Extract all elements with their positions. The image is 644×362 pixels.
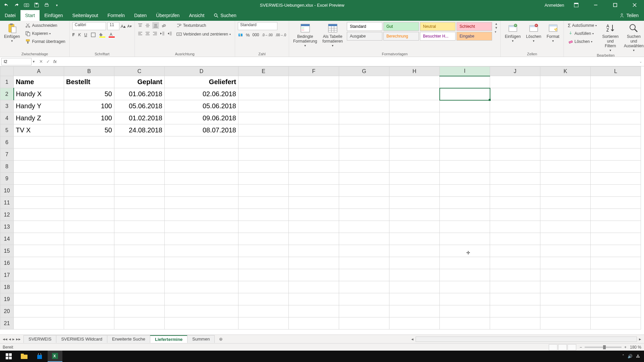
- cell-D16[interactable]: [165, 257, 238, 269]
- cell-D2[interactable]: 02.06.2018: [165, 88, 238, 100]
- view-page-layout-button[interactable]: [558, 344, 567, 350]
- cell-J3[interactable]: [490, 100, 540, 112]
- share-button[interactable]: Teilen: [614, 10, 644, 21]
- formula-input[interactable]: [59, 58, 637, 65]
- sheet-nav-next-icon[interactable]: ▸: [12, 337, 15, 342]
- row-header-7[interactable]: 7: [0, 148, 14, 161]
- clear-button[interactable]: Löschen ▾: [567, 38, 598, 45]
- cell-C5[interactable]: 24.08.2018: [114, 124, 165, 136]
- tab-insert[interactable]: Einfügen: [40, 10, 67, 21]
- row-header-20[interactable]: 20: [0, 305, 14, 317]
- cell-L4[interactable]: [591, 112, 641, 124]
- cell-J20[interactable]: [490, 305, 540, 317]
- add-sheet-button[interactable]: ⊕: [216, 337, 225, 342]
- align-top-button[interactable]: [138, 23, 143, 28]
- cell-H4[interactable]: [389, 112, 440, 124]
- cell-L13[interactable]: [591, 221, 641, 233]
- cell-B5[interactable]: 50: [64, 124, 114, 136]
- cell-I5[interactable]: [440, 124, 490, 136]
- column-header-J[interactable]: J: [490, 67, 540, 76]
- column-header-B[interactable]: B: [64, 67, 114, 76]
- cell-K11[interactable]: [540, 197, 591, 209]
- tab-view[interactable]: Ansicht: [184, 10, 209, 21]
- cell-G19[interactable]: [339, 293, 389, 305]
- cell-H1[interactable]: [389, 76, 440, 88]
- paste-button[interactable]: Einfügen ▼: [3, 22, 21, 43]
- cell-I20[interactable]: [440, 305, 490, 317]
- cell-F6[interactable]: [289, 136, 339, 148]
- cell-H6[interactable]: [389, 136, 440, 148]
- delete-cells-button[interactable]: ×Löschen▼: [525, 22, 542, 43]
- cell-H16[interactable]: [389, 257, 440, 269]
- cell-B13[interactable]: [64, 221, 114, 233]
- autosum-button[interactable]: ΣAutoSumme ▾: [567, 22, 598, 29]
- cell-J10[interactable]: [490, 185, 540, 197]
- cell-A17[interactable]: [14, 269, 64, 281]
- cell-C20[interactable]: [114, 305, 165, 317]
- fill-color-button[interactable]: [99, 32, 105, 38]
- spreadsheet-grid[interactable]: ABCDEFGHIJKL1NameBestelltGeplantGeliefer…: [0, 66, 644, 335]
- minimize-button[interactable]: [588, 0, 603, 10]
- number-format-select[interactable]: Standard: [238, 22, 277, 30]
- cell-K19[interactable]: [540, 293, 591, 305]
- cell-K2[interactable]: [540, 88, 591, 100]
- cell-D13[interactable]: [165, 221, 238, 233]
- cell-A1[interactable]: Name: [14, 76, 64, 88]
- cell-I9[interactable]: [440, 173, 490, 185]
- cell-J8[interactable]: [490, 161, 540, 173]
- cell-A4[interactable]: Handy Z: [14, 112, 64, 124]
- cell-F10[interactable]: [289, 185, 339, 197]
- cell-J1[interactable]: [490, 76, 540, 88]
- cell-A3[interactable]: Handy Y: [14, 100, 64, 112]
- cell-B10[interactable]: [64, 185, 114, 197]
- cell-F13[interactable]: [289, 221, 339, 233]
- format-painter-button[interactable]: Format übertragen: [24, 38, 66, 45]
- row-header-11[interactable]: 11: [0, 197, 14, 209]
- cell-J7[interactable]: [490, 148, 540, 161]
- horizontal-scrollbar[interactable]: [416, 337, 637, 342]
- cell-L20[interactable]: [591, 305, 641, 317]
- row-header-21[interactable]: 21: [0, 317, 14, 329]
- cell-I19[interactable]: [440, 293, 490, 305]
- cell-H9[interactable]: [389, 173, 440, 185]
- align-center-button[interactable]: [145, 31, 150, 36]
- cell-E15[interactable]: [238, 245, 289, 257]
- tab-data[interactable]: Daten: [129, 10, 151, 21]
- cell-B1[interactable]: Bestellt: [64, 76, 114, 88]
- cell-G5[interactable]: [339, 124, 389, 136]
- cell-G4[interactable]: [339, 112, 389, 124]
- align-bottom-button[interactable]: [152, 22, 159, 29]
- cell-B20[interactable]: [64, 305, 114, 317]
- cell-K12[interactable]: [540, 209, 591, 221]
- cell-G12[interactable]: [339, 209, 389, 221]
- cell-K17[interactable]: [540, 269, 591, 281]
- cell-J14[interactable]: [490, 233, 540, 245]
- cell-F12[interactable]: [289, 209, 339, 221]
- row-header-4[interactable]: 4: [0, 112, 14, 124]
- cell-F5[interactable]: [289, 124, 339, 136]
- cell-C1[interactable]: Geplant: [114, 76, 165, 88]
- cell-H7[interactable]: [389, 148, 440, 161]
- cell-C12[interactable]: [114, 209, 165, 221]
- cell-C16[interactable]: [114, 257, 165, 269]
- decrease-decimal-button[interactable]: .00→.0: [275, 33, 286, 37]
- tab-layout[interactable]: Seitenlayout: [68, 10, 103, 21]
- cell-style-standard[interactable]: Standard: [347, 22, 382, 31]
- cell-I21[interactable]: [440, 317, 490, 329]
- cell-F7[interactable]: [289, 148, 339, 161]
- cell-D14[interactable]: [165, 233, 238, 245]
- sheet-tab-sverweis[interactable]: SVERWEIS: [23, 335, 56, 343]
- copy-button[interactable]: Kopieren ▾: [24, 30, 66, 37]
- cell-G7[interactable]: [339, 148, 389, 161]
- cell-H13[interactable]: [389, 221, 440, 233]
- cell-D1[interactable]: Geliefert: [165, 76, 238, 88]
- cell-B3[interactable]: 100: [64, 100, 114, 112]
- wrap-text-button[interactable]: Textumbruch: [175, 22, 232, 29]
- cell-B21[interactable]: [64, 317, 114, 329]
- cell-K20[interactable]: [540, 305, 591, 317]
- cell-K18[interactable]: [540, 281, 591, 293]
- cell-E9[interactable]: [238, 173, 289, 185]
- cell-G16[interactable]: [339, 257, 389, 269]
- row-header-1[interactable]: 1: [0, 76, 14, 88]
- cell-I7[interactable]: [440, 148, 490, 161]
